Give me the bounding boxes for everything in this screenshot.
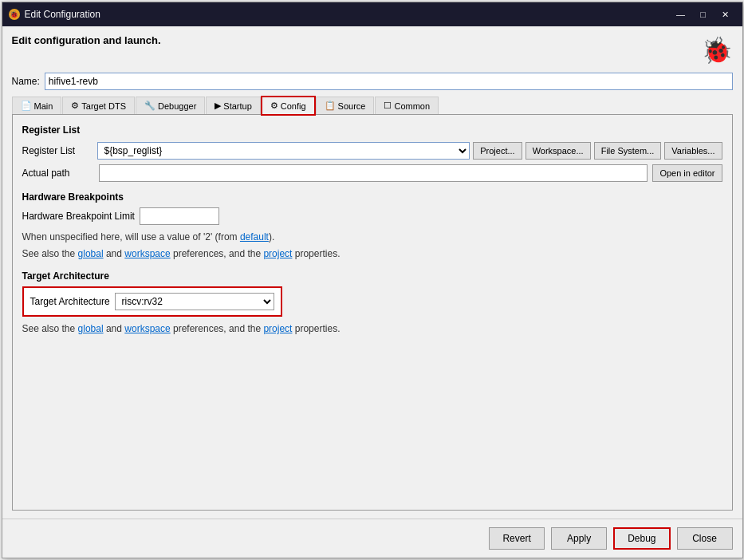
header-section: Edit configuration and launch. 🐞: [12, 34, 733, 66]
tab-startup-label: Startup: [223, 101, 251, 111]
window-icon: 🐞: [9, 9, 20, 20]
close-button-footer[interactable]: Close: [677, 527, 733, 550]
target-dts-tab-icon: ⚙: [71, 101, 79, 111]
apply-button[interactable]: Apply: [551, 527, 607, 550]
target-architecture-select[interactable]: riscv:rv32 riscv:rv64 arm aarch64: [115, 293, 274, 310]
target-architecture-label: Target Architecture: [30, 296, 110, 307]
main-window: 🐞 Edit Configuration — □ ✕ Edit configur…: [2, 2, 743, 558]
config-tab-icon: ⚙: [270, 101, 278, 111]
default-link[interactable]: default: [240, 231, 269, 243]
workspace-link-arch[interactable]: workspace: [124, 323, 170, 334]
tab-main-label: Main: [34, 101, 53, 111]
tab-target-dts-label: Target DTS: [81, 101, 126, 111]
content-area: Edit configuration and launch. 🐞 Name: 📄…: [2, 26, 742, 519]
hardware-breakpoints-title: Hardware Breakpoints: [22, 191, 722, 203]
startup-tab-icon: ▶: [215, 101, 221, 111]
actual-path-input[interactable]: [99, 164, 648, 182]
hw-breakpoint-limit-input[interactable]: [140, 207, 219, 225]
tab-startup[interactable]: ▶ Startup: [206, 97, 260, 114]
global-link-hw[interactable]: global: [78, 248, 104, 259]
minimize-button[interactable]: —: [671, 6, 691, 22]
header-text: Edit configuration and launch.: [12, 34, 161, 46]
project-button[interactable]: Project...: [473, 142, 522, 160]
register-list-title: Register List: [22, 124, 722, 136]
register-list-select[interactable]: ${bsp_reglist}: [97, 142, 470, 160]
workspace-button[interactable]: Workspace...: [526, 142, 591, 160]
tab-config[interactable]: ⚙ Config: [262, 97, 315, 115]
hw-breakpoint-row: Hardware Breakpoint Limit: [22, 207, 722, 225]
name-label: Name:: [12, 76, 40, 87]
main-tab-icon: 📄: [21, 101, 32, 111]
tab-source[interactable]: 📋 Source: [316, 97, 375, 114]
target-architecture-title: Target Architecture: [22, 270, 722, 282]
tab-common-label: Common: [394, 101, 430, 111]
hw-breakpoint-desc1: When unspecified here, will use a value …: [22, 230, 722, 244]
target-architecture-box: Target Architecture riscv:rv32 riscv:rv6…: [22, 286, 282, 317]
tab-source-label: Source: [338, 101, 366, 111]
project-link-hw[interactable]: project: [263, 248, 292, 259]
debugger-tab-icon: 🔧: [144, 101, 155, 111]
tab-common[interactable]: ☐ Common: [375, 97, 439, 114]
target-arch-desc: See also the global and workspace prefer…: [22, 321, 722, 336]
open-in-editor-button[interactable]: Open in editor: [652, 164, 722, 182]
config-panel: Register List Register List ${bsp_reglis…: [12, 115, 733, 511]
footer: Revert Apply Debug Close: [2, 519, 742, 558]
file-system-button[interactable]: File System...: [594, 142, 662, 160]
debug-button[interactable]: Debug: [613, 527, 670, 550]
target-architecture-section: Target Architecture Target Architecture …: [22, 270, 722, 336]
common-tab-icon: ☐: [384, 101, 392, 111]
window-controls: — □ ✕: [671, 6, 736, 22]
close-button[interactable]: ✕: [715, 6, 736, 22]
tab-target-dts[interactable]: ⚙ Target DTS: [62, 97, 135, 114]
register-list-row: Register List ${bsp_reglist} Project... …: [22, 142, 722, 160]
actual-path-row: Actual path Open in editor: [22, 164, 722, 182]
window-title: Edit Configuration: [25, 9, 100, 20]
tab-debugger-label: Debugger: [158, 101, 196, 111]
source-tab-icon: 📋: [325, 101, 336, 111]
tabs-container: 📄 Main ⚙ Target DTS 🔧 Debugger ▶ Startup…: [12, 97, 733, 115]
hw-breakpoint-limit-label: Hardware Breakpoint Limit: [22, 211, 135, 222]
bug-icon: 🐞: [701, 34, 733, 66]
register-list-label: Register List: [22, 145, 94, 156]
title-bar: 🐞 Edit Configuration — □ ✕: [2, 2, 742, 26]
project-link-arch[interactable]: project: [263, 323, 292, 334]
tab-debugger[interactable]: 🔧 Debugger: [136, 97, 205, 114]
name-row: Name:: [12, 73, 733, 90]
variables-button[interactable]: Variables...: [664, 142, 722, 160]
maximize-button[interactable]: □: [693, 6, 714, 22]
workspace-link-hw[interactable]: workspace: [124, 248, 170, 259]
revert-button[interactable]: Revert: [489, 527, 545, 550]
tab-main[interactable]: 📄 Main: [12, 97, 62, 114]
tab-config-label: Config: [281, 101, 306, 111]
hw-breakpoint-desc2: See also the global and workspace prefer…: [22, 246, 722, 261]
name-input[interactable]: [45, 73, 733, 90]
actual-path-label: Actual path: [22, 168, 94, 179]
global-link-arch[interactable]: global: [78, 323, 104, 334]
